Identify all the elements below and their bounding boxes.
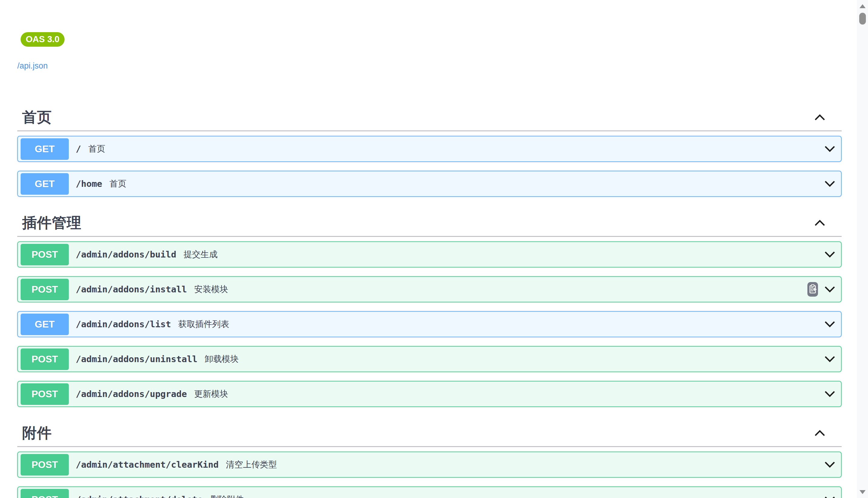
tag-sections-list: 首页 GET / 首页 GET /home 首页 插件管理 POST /admi… <box>17 109 842 498</box>
operation-path[interactable]: /admin/addons/list <box>76 319 171 329</box>
chevron-down-icon[interactable] <box>824 461 835 468</box>
spec-url-link[interactable]: /api.json <box>17 61 48 71</box>
chevron-down-icon[interactable] <box>824 321 835 328</box>
operation-summary: 更新模块 <box>194 388 228 400</box>
chevron-down-icon[interactable] <box>824 496 835 498</box>
operation-summary: 删除附件 <box>210 494 244 498</box>
chevron-down-icon[interactable] <box>824 286 835 293</box>
method-badge: POST <box>21 454 69 475</box>
operation-summary: 获取插件列表 <box>178 318 229 330</box>
operation-summary: 首页 <box>88 143 105 155</box>
row-controls <box>824 461 835 468</box>
scrollbar-track[interactable] <box>857 0 868 498</box>
operation-path[interactable]: /admin/addons/build <box>76 249 176 260</box>
chevron-down-icon[interactable] <box>824 146 835 152</box>
method-badge: POST <box>21 489 69 498</box>
scrollbar-thumb[interactable] <box>859 13 866 25</box>
operation-row[interactable]: GET / 首页 <box>17 136 842 162</box>
chevron-up-icon[interactable] <box>814 114 825 121</box>
operation-path[interactable]: /admin/attachment/clearKind <box>76 459 218 470</box>
section-title: 首页 <box>22 109 52 126</box>
tag-section: 首页 GET / 首页 GET /home 首页 <box>17 109 842 197</box>
row-controls <box>808 282 835 297</box>
operation-row[interactable]: POST /admin/addons/upgrade 更新模块 <box>17 381 842 407</box>
operation-path[interactable]: / <box>76 144 81 154</box>
row-controls <box>824 181 835 187</box>
chevron-down-icon[interactable] <box>824 181 835 187</box>
chevron-up-icon[interactable] <box>814 220 825 226</box>
tag-section-header[interactable]: 附件 <box>17 425 842 447</box>
chevron-down-icon[interactable] <box>824 391 835 397</box>
operation-row[interactable]: POST /admin/addons/install 安装模块 <box>17 276 842 302</box>
tag-section: 附件 POST /admin/attachment/clearKind 清空上传… <box>17 425 842 498</box>
operation-path[interactable]: /admin/addons/uninstall <box>76 354 198 364</box>
method-badge: POST <box>21 279 69 300</box>
row-controls <box>824 391 835 397</box>
operation-path[interactable]: /admin/addons/install <box>76 284 187 294</box>
chevron-down-icon[interactable] <box>824 356 835 363</box>
operation-summary: 首页 <box>109 178 126 189</box>
section-body: GET / 首页 GET /home 首页 <box>17 131 842 197</box>
method-badge: POST <box>21 349 69 370</box>
operation-row[interactable]: GET /home 首页 <box>17 171 842 197</box>
operation-summary: 卸载模块 <box>205 353 239 365</box>
tag-section-header[interactable]: 首页 <box>17 109 842 131</box>
section-title: 附件 <box>22 425 52 441</box>
oas-version-badge: OAS 3.0 <box>21 32 65 47</box>
section-body: POST /admin/addons/build 提交生成 POST /admi… <box>17 237 842 407</box>
operation-row[interactable]: POST /admin/addons/build 提交生成 <box>17 241 842 267</box>
scroll-down-icon[interactable] <box>859 490 866 494</box>
row-controls <box>824 356 835 363</box>
operation-summary: 安装模块 <box>194 284 228 295</box>
method-badge: GET <box>21 314 69 335</box>
operation-row[interactable]: POST /admin/addons/uninstall 卸载模块 <box>17 346 842 372</box>
operation-path[interactable]: /home <box>76 179 102 189</box>
row-controls <box>824 496 835 498</box>
scroll-up-icon[interactable] <box>859 4 866 8</box>
chevron-down-icon[interactable] <box>824 251 835 258</box>
section-title: 插件管理 <box>22 215 82 231</box>
operation-path[interactable]: /admin/attachment/delete <box>76 494 203 498</box>
operation-row[interactable]: POST /admin/attachment/clearKind 清空上传类型 <box>17 451 842 478</box>
method-badge: POST <box>21 383 69 405</box>
section-body: POST /admin/attachment/clearKind 清空上传类型 … <box>17 447 842 498</box>
operation-summary: 清空上传类型 <box>226 459 277 470</box>
clipboard-icon[interactable] <box>808 282 818 297</box>
api-info-block: OAS 3.0 /api.json <box>17 0 842 71</box>
tag-section: 插件管理 POST /admin/addons/build 提交生成 POST … <box>17 215 842 407</box>
operation-row[interactable]: POST /admin/attachment/delete 删除附件 <box>17 486 842 498</box>
tag-section-header[interactable]: 插件管理 <box>17 215 842 237</box>
row-controls <box>824 321 835 328</box>
row-controls <box>824 146 835 152</box>
row-controls <box>824 251 835 258</box>
operation-row[interactable]: GET /admin/addons/list 获取插件列表 <box>17 311 842 337</box>
method-badge: GET <box>21 138 69 160</box>
operation-summary: 提交生成 <box>184 249 218 260</box>
method-badge: POST <box>21 244 69 265</box>
method-badge: GET <box>21 173 69 195</box>
operation-path[interactable]: /admin/addons/upgrade <box>76 389 187 399</box>
swagger-ui-page: { "info": { "oas_badge": "OAS 3.0", "spe… <box>0 0 868 498</box>
api-docs-content: OAS 3.0 /api.json 首页 GET / 首页 GET /home … <box>17 0 842 498</box>
chevron-up-icon[interactable] <box>814 430 825 436</box>
